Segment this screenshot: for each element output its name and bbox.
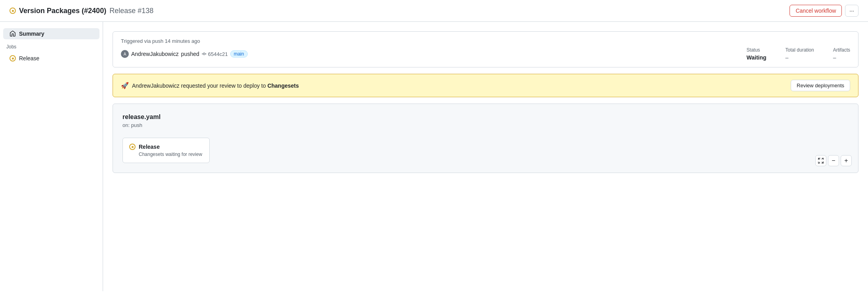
review-banner: 🚀 AndrewJakubowicz requested your review… bbox=[113, 74, 858, 97]
status-value: Waiting bbox=[747, 54, 767, 61]
sidebar: Summary Jobs Release bbox=[0, 22, 103, 291]
waiting-icon bbox=[10, 8, 16, 14]
fit-zoom-button[interactable] bbox=[815, 155, 826, 166]
info-row: A AndrewJakubowicz pushed 6544c21 main S… bbox=[121, 47, 850, 61]
info-pushed: A AndrewJakubowicz pushed 6544c21 main bbox=[121, 50, 248, 58]
review-text: AndrewJakubowicz requested your review t… bbox=[132, 83, 299, 89]
main-content: Triggered via push 14 minutes ago A Andr… bbox=[103, 22, 868, 291]
pushed-user: AndrewJakubowicz bbox=[131, 51, 179, 57]
duration-stat: Total duration – bbox=[786, 47, 814, 61]
layout: Summary Jobs Release Triggered via push … bbox=[0, 22, 868, 291]
sidebar-item-summary[interactable]: Summary bbox=[3, 28, 99, 39]
push-label: pushed bbox=[181, 51, 199, 57]
job-waiting-icon bbox=[129, 144, 136, 150]
header: Version Packages (#2400) Release #138 Ca… bbox=[0, 0, 868, 22]
review-banner-text: 🚀 AndrewJakubowicz requested your review… bbox=[121, 82, 299, 89]
info-card: Triggered via push 14 minutes ago A Andr… bbox=[113, 31, 858, 67]
duration-value: – bbox=[786, 54, 814, 61]
review-middle: your review to deploy to bbox=[207, 83, 268, 89]
branch-badge: main bbox=[230, 50, 248, 58]
review-user: AndrewJakubowicz requested bbox=[132, 83, 206, 89]
review-deployments-button[interactable]: Review deployments bbox=[791, 80, 850, 91]
job-sub-text: Changesets waiting for review bbox=[129, 152, 203, 157]
trigger-text: Triggered via push 14 minutes ago bbox=[121, 38, 850, 44]
commit-hash: 6544c21 bbox=[202, 51, 228, 57]
run-label: Release #138 bbox=[109, 7, 153, 15]
sidebar-jobs-section: Jobs bbox=[0, 41, 103, 51]
workflow-trigger: on: push bbox=[122, 122, 849, 128]
home-icon bbox=[10, 31, 16, 37]
cancel-workflow-button[interactable]: Cancel workflow bbox=[790, 5, 842, 17]
sidebar-release-label: Release bbox=[19, 55, 39, 61]
header-left: Version Packages (#2400) Release #138 bbox=[10, 7, 153, 15]
info-stats: Status Waiting Total duration – Artifact… bbox=[747, 47, 850, 61]
more-options-button[interactable]: ··· bbox=[845, 5, 858, 17]
workflow-card: release.yaml on: push Release Changesets… bbox=[113, 104, 858, 173]
rocket-icon: 🚀 bbox=[121, 82, 129, 89]
workflow-filename: release.yaml bbox=[122, 113, 849, 121]
zoom-controls: − + bbox=[815, 155, 852, 166]
job-name: Release bbox=[139, 144, 160, 150]
zoom-in-button[interactable]: + bbox=[841, 155, 852, 166]
avatar: A bbox=[121, 50, 129, 58]
job-card-header: Release bbox=[129, 144, 203, 150]
status-stat: Status Waiting bbox=[747, 47, 767, 61]
sidebar-item-release[interactable]: Release bbox=[3, 53, 99, 64]
commit-hash-value: 6544c21 bbox=[208, 51, 228, 57]
artifacts-value: – bbox=[833, 54, 850, 61]
status-label: Status bbox=[747, 47, 767, 53]
deploy-target: Changesets bbox=[268, 83, 299, 89]
artifacts-stat: Artifacts – bbox=[833, 47, 850, 61]
duration-label: Total duration bbox=[786, 47, 814, 53]
zoom-out-button[interactable]: − bbox=[828, 155, 839, 166]
header-right: Cancel workflow ··· bbox=[790, 5, 858, 17]
job-card-release[interactable]: Release Changesets waiting for review bbox=[122, 138, 210, 163]
sidebar-summary-label: Summary bbox=[19, 31, 44, 37]
workflow-name: Version Packages (#2400) bbox=[19, 7, 106, 15]
sidebar-waiting-icon bbox=[10, 55, 16, 61]
artifacts-label: Artifacts bbox=[833, 47, 850, 53]
